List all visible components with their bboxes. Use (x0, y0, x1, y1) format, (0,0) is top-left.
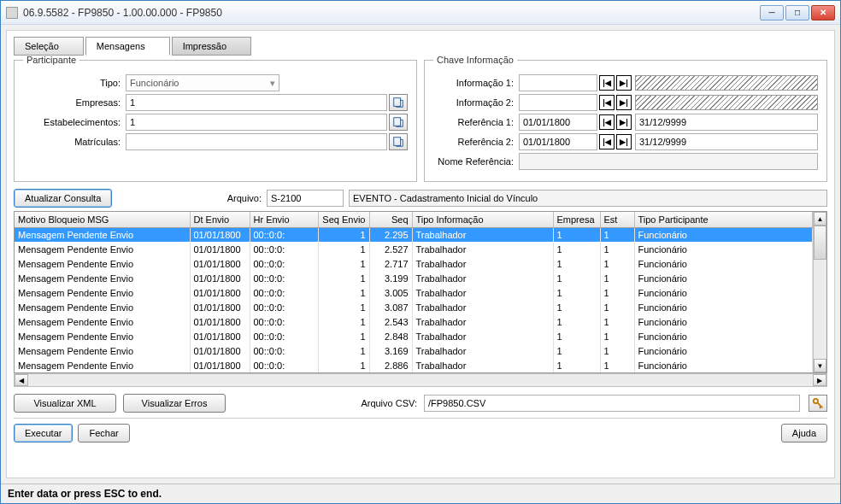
ref2-end-input[interactable] (635, 133, 818, 150)
close-button[interactable]: ✕ (811, 5, 835, 21)
info1-first-button[interactable]: |◀ (599, 75, 615, 91)
evento-display (349, 190, 827, 207)
ref2-start-input[interactable] (519, 133, 597, 150)
est-lookup-button[interactable] (389, 114, 408, 131)
info2-last-button[interactable]: ▶| (616, 95, 632, 110)
grid: Motivo Bloqueio MSG Dt Envio Hr Envio Se… (14, 211, 827, 373)
info2-input[interactable] (519, 94, 597, 111)
visualizar-xml-button[interactable]: Visualizar XML (14, 394, 116, 413)
table-row[interactable]: Mensagem Pendente Envio01/01/180000::0:0… (15, 285, 813, 300)
table-row[interactable]: Mensagem Pendente Envio01/01/180000::0:0… (15, 300, 813, 314)
table-row[interactable]: Mensagem Pendente Envio01/01/180000::0:0… (15, 329, 813, 343)
ref1-label: Referência 1: (433, 117, 519, 127)
chevron-down-icon: ▾ (270, 78, 275, 89)
info1-last-button[interactable]: ▶| (616, 75, 632, 91)
col-seq[interactable]: Seq (369, 212, 412, 227)
nomeref-input (519, 153, 818, 170)
tipo-label: Tipo: (23, 78, 126, 88)
app-icon (6, 7, 18, 19)
col-empresa[interactable]: Empresa (553, 212, 600, 227)
vertical-scrollbar[interactable]: ▲ ▼ (813, 212, 826, 372)
empresas-lookup-button[interactable] (389, 94, 408, 111)
table-row[interactable]: Mensagem Pendente Envio01/01/180000::0:0… (15, 256, 813, 271)
visualizar-erros-button[interactable]: Visualizar Erros (123, 394, 226, 413)
info2-label: Informação 2: (433, 97, 519, 108)
info1-input[interactable] (519, 74, 597, 91)
col-hrenvio[interactable]: Hr Envio (250, 212, 318, 227)
minimize-button[interactable]: ─ (760, 5, 784, 21)
est-label: Estabelecimentos: (23, 117, 126, 127)
scroll-right-button[interactable]: ▶ (813, 374, 826, 386)
table-row[interactable]: Mensagem Pendente Envio01/01/180000::0:0… (15, 242, 813, 256)
ref1-first-button[interactable]: |◀ (599, 114, 615, 130)
scroll-left-button[interactable]: ◀ (15, 374, 28, 386)
ref1-last-button[interactable]: ▶| (616, 114, 632, 130)
horizontal-scrollbar[interactable]: ◀ ▶ (14, 373, 827, 387)
ref1-start-input[interactable] (519, 114, 597, 131)
app-window: 06.9.5582 - FP9850 - 1.00.00.000 - FP985… (0, 0, 841, 504)
titlebar: 06.9.5582 - FP9850 - 1.00.00.000 - FP985… (1, 1, 840, 25)
statusbar: Enter data or press ESC to end. (1, 483, 840, 503)
est-input[interactable] (126, 114, 387, 131)
info1-hatch (635, 75, 818, 91)
table-row[interactable]: Mensagem Pendente Envio01/01/180000::0:0… (15, 358, 813, 372)
empresas-input[interactable] (126, 94, 387, 111)
atualizar-consulta-button[interactable]: Atualizar Consulta (14, 189, 112, 208)
fieldset-participante: Participante Tipo: Funcionário ▾ Empresa… (14, 55, 417, 182)
tab-impressao[interactable]: Impressão (172, 37, 251, 56)
csv-browse-button[interactable] (809, 395, 827, 412)
matriculas-label: Matrículas: (23, 137, 126, 147)
executar-button[interactable]: Executar (14, 424, 73, 442)
ref2-last-button[interactable]: ▶| (616, 134, 632, 149)
participante-legend: Participante (23, 55, 79, 65)
grid-header-row: Motivo Bloqueio MSG Dt Envio Hr Envio Se… (15, 212, 813, 227)
tab-mensagens[interactable]: Mensagens (85, 37, 170, 56)
svg-rect-0 (394, 98, 401, 107)
fieldset-chave: Chave Informação Informação 1: |◀ ▶| Inf… (424, 55, 827, 182)
nomeref-label: Nome Referência: (433, 156, 519, 167)
ref1-end-input[interactable] (635, 114, 818, 131)
empresas-label: Empresas: (23, 97, 126, 108)
col-dtenvio[interactable]: Dt Envio (190, 212, 250, 227)
chave-legend: Chave Informação (433, 55, 517, 65)
table-row[interactable]: Mensagem Pendente Envio01/01/180000::0:0… (15, 314, 813, 329)
info2-first-button[interactable]: |◀ (599, 95, 615, 110)
arquivo-label: Arquivo: (227, 193, 262, 203)
window-title: 06.9.5582 - FP9850 - 1.00.00.000 - FP985… (23, 7, 760, 19)
arquivo-input[interactable] (267, 190, 344, 207)
matriculas-lookup-button[interactable] (389, 133, 408, 150)
scroll-up-button[interactable]: ▲ (814, 212, 826, 226)
arquivo-csv-label: Arquivo CSV: (361, 398, 417, 408)
col-tipoinfo[interactable]: Tipo Informação (412, 212, 553, 227)
scroll-down-button[interactable]: ▼ (814, 359, 826, 372)
info2-hatch (635, 95, 818, 110)
col-motivo[interactable]: Motivo Bloqueio MSG (15, 212, 190, 227)
svg-rect-2 (394, 138, 401, 146)
fechar-button[interactable]: Fechar (78, 424, 129, 442)
tipo-combo[interactable]: Funcionário ▾ (126, 74, 279, 91)
col-est[interactable]: Est (600, 212, 634, 227)
table-row[interactable]: Mensagem Pendente Envio01/01/180000::0:0… (15, 271, 813, 285)
tab-selecao[interactable]: Seleção (14, 37, 84, 56)
col-tipopart[interactable]: Tipo Participante (634, 212, 813, 227)
ref2-first-button[interactable]: |◀ (599, 134, 615, 149)
scroll-thumb[interactable] (814, 226, 826, 260)
matriculas-input[interactable] (126, 133, 387, 150)
col-seqenvio[interactable]: Seq Envio (318, 212, 369, 227)
maximize-button[interactable]: □ (785, 5, 809, 21)
ajuda-button[interactable]: Ajuda (781, 424, 827, 442)
arquivo-csv-input[interactable] (424, 395, 800, 412)
info1-label: Informação 1: (433, 78, 519, 88)
svg-rect-1 (394, 118, 401, 126)
tabstrip: Seleção Mensagens Impressão (14, 36, 827, 55)
ref2-label: Referência 2: (433, 137, 519, 147)
table-row[interactable]: Mensagem Pendente Envio01/01/180000::0:0… (15, 343, 813, 358)
table-row[interactable]: Mensagem Pendente Envio01/01/180000::0:0… (15, 227, 813, 242)
